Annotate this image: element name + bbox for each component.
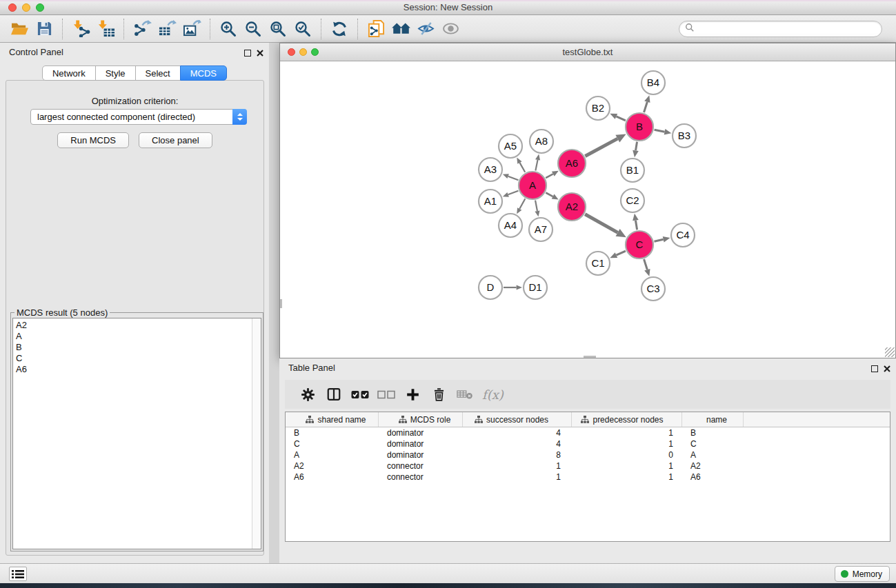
show-columns-icon[interactable] [322,383,346,406]
result-item[interactable]: A2 [16,320,252,331]
column-header-successor-nodes[interactable]: successor nodes [463,412,572,427]
window-titlebar[interactable]: Session: New Session [0,0,896,15]
save-session-icon[interactable] [32,18,57,40]
criterion-value: largest connected component (directed) [31,112,232,122]
clone-network-icon[interactable] [364,18,388,40]
table-row[interactable]: A2connector11A2 [286,460,890,472]
graph-edge-C-C1[interactable] [616,251,625,255]
graph-edge-A-A7[interactable] [535,201,537,211]
result-item[interactable]: A [16,331,252,342]
graph-edge-C-C3[interactable] [644,259,648,270]
float-table-panel-icon[interactable] [871,365,878,372]
delete-column-icon[interactable] [427,383,450,406]
graph-edge-A2-C[interactable] [585,214,617,233]
close-table-panel-icon[interactable] [884,363,890,375]
export-table-icon[interactable] [155,18,179,40]
network-canvas[interactable]: B4B2BB3B1A5A8A6A3AA1A2A4A7C2C4CC1C3DD1 [280,61,895,358]
refresh-layout-icon[interactable] [327,18,352,40]
resize-grip[interactable] [885,347,895,357]
graph-edge-A-A1[interactable] [508,191,519,195]
import-table-icon[interactable] [93,18,118,40]
zoom-selected-icon[interactable] [290,18,315,40]
minimize-network-icon[interactable] [299,48,307,56]
graph-edge-A-A5[interactable] [519,163,525,172]
graph-edge-A-A4[interactable] [519,199,525,209]
task-history-button[interactable] [9,567,27,581]
select-all-icon[interactable] [348,383,372,406]
search-input[interactable] [695,22,882,36]
import-network-icon[interactable] [68,18,93,40]
close-window-icon[interactable] [8,3,17,12]
tab-network[interactable]: Network [42,65,96,81]
zoom-in-icon[interactable] [216,18,241,40]
eye-disabled-icon[interactable] [438,18,463,40]
open-file-icon[interactable] [7,18,32,40]
graph-edge-A-A2[interactable] [546,193,552,197]
close-panel-icon[interactable] [257,47,263,59]
graph-edge-A-A8[interactable] [535,160,537,171]
add-column-icon[interactable] [401,383,424,406]
result-item[interactable]: A6 [16,364,252,375]
tab-mcds[interactable]: MCDS [180,65,227,81]
tab-select[interactable]: Select [135,65,181,81]
graph-edge-C-C4[interactable] [654,239,663,241]
minimize-window-icon[interactable] [22,3,30,12]
zoom-fit-icon[interactable] [266,18,290,40]
graph-node-label: A4 [504,219,517,231]
column-header-filler [744,412,890,427]
memory-button[interactable]: Memory [835,566,890,582]
zoom-out-icon[interactable] [241,18,266,40]
network-window-titlebar[interactable]: testGlobe.txt [280,43,895,61]
graph-edge-B-B3[interactable] [655,130,665,132]
toolbar-separator [62,19,63,39]
control-panel-title: Control Panel [9,47,63,57]
network-graph: B4B2BB3B1A5A8A6A3AA1A2A4A7C2C4CC1C3DD1 [280,61,895,358]
graph-node-label: D [487,281,495,293]
export-image-icon[interactable] [179,18,204,40]
first-neighbors-icon[interactable] [388,18,413,40]
graph-edge-A-A3[interactable] [508,176,519,181]
graph-node-label: C1 [591,257,604,269]
export-network-icon[interactable] [130,18,155,40]
show-hide-icon[interactable] [413,18,438,40]
result-item[interactable]: C [16,353,252,364]
graph-edge-B-B2[interactable] [616,116,625,121]
graph-edge-B-B4[interactable] [644,102,648,112]
float-panel-icon[interactable] [244,50,251,57]
vertical-scroll-thumb[interactable] [280,299,282,308]
table-row[interactable]: Bdominator41B [286,427,890,438]
graph-arrowhead [535,154,540,161]
table-row[interactable]: Cdominator41C [286,438,890,449]
zoom-window-icon[interactable] [36,3,44,12]
search-field[interactable] [679,21,882,37]
graph-edge-C-C2[interactable] [635,221,637,230]
run-mcds-button[interactable]: Run MCDS [57,132,129,148]
column-header-name[interactable]: name [682,412,744,427]
column-header-shared-name[interactable]: shared name [286,412,379,427]
zoom-network-icon[interactable] [311,48,319,56]
graph-node-label: B3 [678,130,690,141]
table-row[interactable]: A6connector11A6 [286,472,890,483]
column-header-predecessor-nodes[interactable]: predecessor nodes [572,412,682,427]
settings-gear-icon[interactable] [296,383,319,406]
result-scrollbar[interactable] [252,318,261,549]
graph-arrowhead [517,285,522,290]
graph-edge-B-B1[interactable] [636,142,637,151]
tab-style[interactable]: Style [95,65,136,81]
memory-status-icon [841,570,848,578]
deselect-all-icon[interactable] [375,383,398,406]
horizontal-scroll-thumb[interactable] [584,356,596,358]
close-network-icon[interactable] [288,48,295,56]
graph-arrowhead [663,236,670,242]
column-header-mcds-role[interactable]: MCDS role [379,412,463,427]
table-row[interactable]: Adominator80A [286,449,890,460]
traffic-lights [8,3,44,12]
mcds-result-title: MCDS result (5 nodes) [14,307,110,318]
result-item[interactable]: B [16,342,252,353]
graph-node-label: B2 [592,102,604,114]
criterion-dropdown[interactable]: largest connected component (directed) [30,109,247,125]
graph-edge-A6-B[interactable] [585,139,617,156]
graph-edge-A-A6[interactable] [546,174,553,178]
control-panel: Control Panel Network Style Select MCDS … [0,43,269,563]
close-panel-button[interactable]: Close panel [139,132,212,148]
